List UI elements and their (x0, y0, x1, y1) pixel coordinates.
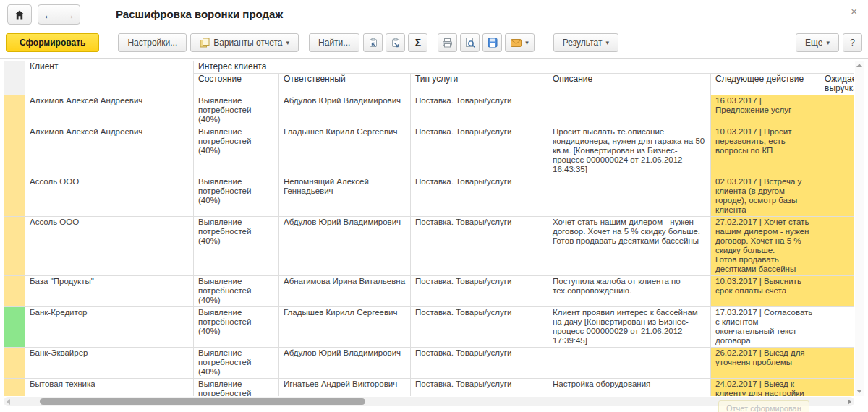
cell-service-type[interactable]: Поставка. Товары/услуги (411, 276, 548, 307)
cell-state[interactable]: Выявление потребностей (40%) (194, 126, 279, 176)
cell-expected-revenue[interactable] (820, 307, 855, 348)
cell-service-type[interactable]: Поставка. Товары/услуги (411, 126, 548, 176)
cell-description[interactable]: Хочет стать нашим дилером - нужен догово… (548, 217, 711, 276)
cell-description[interactable]: Настройка оборудования (548, 379, 711, 397)
cell-expected-revenue[interactable] (820, 126, 855, 176)
group-header-interest[interactable]: Интерес клиента (194, 61, 855, 74)
column-header-client[interactable]: Клиент (25, 61, 194, 95)
row-indicator[interactable] (4, 176, 25, 217)
row-indicator[interactable] (4, 276, 25, 307)
cell-responsible[interactable]: Гладышев Кирилл Сергеевич (279, 307, 411, 348)
generate-button[interactable]: Сформировать (6, 33, 99, 52)
cell-expected-revenue[interactable] (820, 176, 855, 217)
column-header-responsible[interactable]: Ответственный (279, 74, 411, 95)
send-email-button[interactable]: ▾ (505, 33, 535, 52)
settings-button[interactable]: Настройки... (118, 33, 187, 52)
result-button[interactable]: Результат ▾ (553, 33, 618, 52)
table-row[interactable]: Алхимов Алексей Андреевич Выявление потр… (4, 95, 855, 126)
cell-client[interactable]: Ассоль ООО (25, 176, 194, 217)
home-button[interactable] (7, 4, 32, 25)
cell-state[interactable]: Выявление потребностей (40%) (194, 348, 279, 379)
totals-button[interactable]: Σ (408, 33, 427, 52)
table-row[interactable]: Ассоль ООО Выявление потребностей (40%) … (4, 176, 855, 217)
scroll-right-icon[interactable] (848, 399, 851, 405)
column-header-next-action[interactable]: Следующее действие (711, 74, 820, 95)
cell-next-action[interactable]: 17.03.2017 | Согласовать с клиентом окон… (711, 307, 820, 348)
cell-expected-revenue[interactable] (820, 217, 855, 276)
cell-next-action[interactable]: 27.02.2017 | Хочет стать нашим дилером -… (711, 217, 820, 276)
row-indicator[interactable] (4, 379, 25, 397)
cell-description[interactable]: Поступила жалоба от клиента по тех.сопро… (548, 276, 711, 307)
cell-client[interactable]: Банк-Эквайрер (25, 348, 194, 379)
cell-description[interactable] (548, 348, 711, 379)
table-row[interactable]: Ассоль ООО Выявление потребностей (40%) … (4, 217, 855, 276)
row-indicator[interactable] (4, 307, 25, 348)
cell-client[interactable]: Алхимов Алексей Андреевич (25, 95, 194, 126)
cell-expected-revenue[interactable] (820, 95, 855, 126)
collapse-groups-button[interactable] (363, 33, 383, 52)
scroll-left-icon[interactable] (7, 399, 10, 405)
table-row[interactable]: Бытовая техника Выявление потребностей (… (4, 379, 855, 397)
cell-service-type[interactable]: Поставка. Товары/услуги (411, 95, 548, 126)
cell-responsible[interactable]: Абдулов Юрий Владимирович (279, 348, 411, 379)
cell-state[interactable]: Выявление потребностей (40%) (194, 176, 279, 217)
print-button[interactable] (438, 33, 457, 52)
expand-groups-button[interactable] (386, 33, 405, 52)
column-header-expected-revenue[interactable]: Ожидаемая выручка (820, 74, 855, 95)
table-row[interactable]: Банк-Эквайрер Выявление потребностей (40… (4, 348, 855, 379)
report-variants-button[interactable]: Варианты отчета ▾ (190, 33, 299, 52)
cell-next-action[interactable]: 10.03.2017 | Просит перезвонить, есть во… (711, 126, 820, 176)
scroll-up-icon[interactable] (856, 64, 862, 67)
cell-expected-revenue[interactable] (820, 276, 855, 307)
cell-client[interactable]: Бытовая техника (25, 379, 194, 397)
save-button[interactable] (482, 33, 502, 52)
row-indicator[interactable] (4, 126, 25, 176)
cell-client[interactable]: Ассоль ООО (25, 217, 194, 276)
cell-description[interactable] (548, 176, 711, 217)
cell-service-type[interactable]: Поставка. Товары/услуги (411, 348, 548, 379)
cell-expected-revenue[interactable] (820, 379, 855, 397)
cell-expected-revenue[interactable] (820, 348, 855, 379)
column-header-state[interactable]: Состояние (194, 74, 279, 95)
column-header-description[interactable]: Описание (548, 74, 711, 95)
forward-button[interactable]: → (59, 4, 80, 25)
row-indicator[interactable] (4, 348, 25, 379)
cell-state[interactable]: Выявление потребностей (40%) (194, 95, 279, 126)
cell-responsible[interactable]: Игнатьев Андрей Викторович (279, 379, 411, 397)
cell-next-action[interactable]: 02.03.2017 | Встреча у клиента (в другом… (711, 176, 820, 217)
cell-responsible[interactable]: Абдулов Юрий Владимирович (279, 217, 411, 276)
print-preview-button[interactable] (460, 33, 480, 52)
cell-service-type[interactable]: Поставка. Товары/услуги (411, 379, 548, 397)
cell-description[interactable] (548, 95, 711, 126)
cell-client[interactable]: Алхимов Алексей Андреевич (25, 126, 194, 176)
row-indicator[interactable] (4, 95, 25, 126)
back-button[interactable]: ← (38, 4, 59, 25)
cell-responsible[interactable]: Абдулов Юрий Владимирович (279, 95, 411, 126)
cell-service-type[interactable]: Поставка. Товары/услуги (411, 307, 548, 348)
table-row[interactable]: Банк-Кредитор Выявление потребностей (40… (4, 307, 855, 348)
cell-service-type[interactable]: Поставка. Товары/услуги (411, 176, 548, 217)
table-row[interactable]: База "Продукты" Выявление потребностей (… (4, 276, 855, 307)
cell-client[interactable]: База "Продукты" (25, 276, 194, 307)
scroll-down-icon[interactable] (856, 390, 862, 393)
column-header-service-type[interactable]: Тип услуги (411, 74, 548, 95)
cell-state[interactable]: Выявление потребностей (40%) (194, 307, 279, 348)
cell-state[interactable]: Выявление потребностей (40%) (194, 276, 279, 307)
cell-next-action[interactable]: 26.02.2017 | Выезд для уточненя проблемы (711, 348, 820, 379)
cell-responsible[interactable]: Гладышев Кирилл Сергеевич (279, 126, 411, 176)
more-button[interactable]: Еще ▾ (796, 33, 839, 52)
cell-description[interactable]: Просит выслать те.описание кондиционера,… (548, 126, 711, 176)
cell-responsible[interactable]: Непомнящий Алексей Геннадьевич (279, 176, 411, 217)
find-button[interactable]: Найти... (309, 33, 359, 52)
cell-next-action[interactable]: 16.03.2017 | Предложение услуг (711, 95, 820, 126)
horizontal-scrollbar-thumb[interactable] (40, 398, 365, 405)
cell-state[interactable]: Выявление потребностей (40%) (194, 379, 279, 397)
vertical-scrollbar[interactable] (855, 61, 864, 396)
cell-state[interactable]: Выявление потребностей (40%) (194, 217, 279, 276)
row-indicator[interactable] (4, 217, 25, 276)
cell-next-action[interactable]: 10.03.2017 | Выяснить срок оплаты счета (711, 276, 820, 307)
help-button[interactable]: ? (843, 33, 862, 52)
cell-service-type[interactable]: Поставка. Товары/услуги (411, 217, 548, 276)
close-icon[interactable]: × (847, 4, 861, 19)
table-row[interactable]: Алхимов Алексей Андреевич Выявление потр… (4, 126, 855, 176)
